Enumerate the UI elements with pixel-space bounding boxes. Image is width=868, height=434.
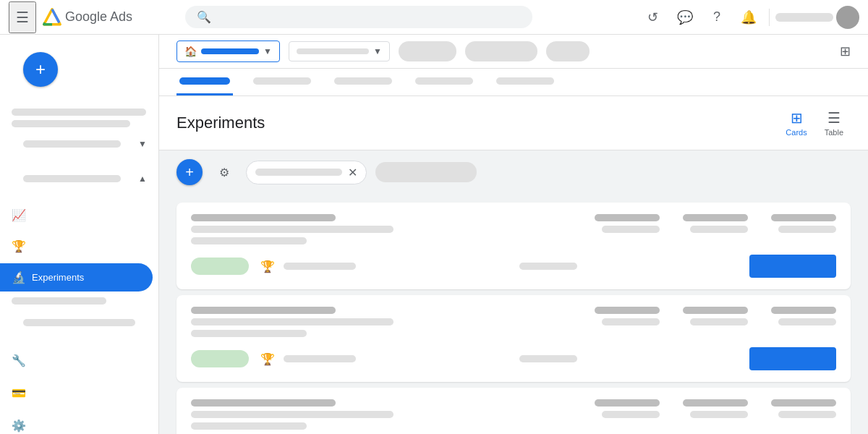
account-bar	[201, 48, 259, 54]
filter-button[interactable]: ⚙	[211, 159, 237, 185]
card-3-metric-2-top	[683, 399, 748, 407]
card-3-metric-3-sub	[778, 411, 836, 418]
goals-icon: 🏆	[12, 239, 26, 253]
sidebar-placeholder-2	[12, 120, 130, 127]
experiment-card-1: 🏆	[176, 203, 851, 289]
campaigns-icon: 📈	[12, 208, 26, 222]
card-1-metric-3-sub	[778, 226, 836, 233]
card-3-metric-1-sub	[602, 411, 660, 418]
sidebar-item-settings[interactable]: ⚙️	[0, 412, 153, 434]
toolbar-right: ⊞	[840, 43, 851, 59]
filter-placeholder	[375, 162, 477, 182]
sidebar-row-6	[0, 310, 158, 335]
menu-icon[interactable]: ☰	[9, 1, 36, 33]
card-1-sub1	[191, 226, 393, 233]
tab-placeholder-5	[496, 77, 554, 85]
sidebar-placeholder-3	[23, 140, 121, 148]
tabs-row	[159, 69, 868, 96]
sidebar-item-experiments[interactable]: 🔬 Experiments	[0, 263, 153, 292]
cards-view-button[interactable]: ⊞ Cards	[778, 105, 814, 141]
search-bar[interactable]: 🔍	[185, 6, 532, 28]
card-1-action-button[interactable]	[749, 255, 836, 278]
sidebar-placeholder-4	[23, 175, 121, 182]
tab-item-3[interactable]	[331, 69, 395, 95]
sidebar-item-tools[interactable]: 🔧	[0, 346, 153, 375]
card-2-status-badge	[191, 350, 249, 367]
card-2-metric-2-sub	[690, 318, 748, 326]
campaign-select[interactable]: ▼	[289, 41, 390, 61]
card-1-metric-1-sub	[602, 226, 660, 233]
tab-item-1[interactable]	[176, 69, 233, 95]
filter-close-icon[interactable]: ✕	[348, 166, 357, 179]
toolbar: 🏠 ▼ ▼ ⊞	[159, 35, 868, 69]
sidebar-item-billing[interactable]: 💳	[0, 379, 153, 407]
card-1-metric-3-top	[771, 214, 836, 221]
main-layout: + ▼ ▲ 📈 🏆 🔬	[0, 35, 868, 434]
help-button[interactable]: ?	[702, 3, 731, 32]
view-toggles: ⊞ Cards ☰ Table	[778, 105, 851, 141]
tab-item-5[interactable]	[493, 69, 557, 95]
card-2-action-button[interactable]	[749, 347, 836, 370]
tab-item-4[interactable]	[412, 69, 476, 95]
experiments-icon: 🔬	[12, 271, 26, 284]
experiment-card-2: 🏆	[176, 295, 851, 382]
add-experiment-button[interactable]: +	[176, 159, 203, 185]
table-view-button[interactable]: ☰ Table	[817, 105, 851, 141]
account-select[interactable]: 🏠 ▼	[176, 41, 280, 62]
header: ☰ Google Ads 🔍 ↺ 💬 ? 🔔	[0, 0, 868, 35]
search-input[interactable]	[217, 12, 521, 23]
notifications-button[interactable]: 🔔	[734, 3, 763, 32]
filter-pill[interactable]: ✕	[246, 161, 367, 184]
cards-list: 🏆	[159, 194, 868, 434]
table-icon: ☰	[827, 109, 841, 127]
sidebar-item-goals[interactable]: 🏆	[0, 232, 153, 260]
account-chevron-icon: ▼	[263, 46, 272, 56]
tab-item-2[interactable]	[250, 69, 314, 95]
card-3-metric-3-top	[771, 399, 836, 407]
account-name-placeholder	[775, 13, 833, 22]
columns-icon[interactable]: ⊞	[840, 43, 851, 59]
card-3-top-row	[191, 399, 836, 430]
card-2-title	[191, 307, 336, 314]
content: 🏠 ▼ ▼ ⊞	[159, 35, 868, 434]
card-1-top-row	[191, 214, 836, 244]
card-3-sub1	[191, 411, 393, 418]
card-1-metric-1-top	[595, 214, 660, 221]
card-3-title	[191, 399, 336, 407]
filter-pill-text	[255, 169, 342, 176]
home-icon: 🏠	[184, 46, 197, 57]
sidebar-chevron-row-2: ▲	[0, 168, 158, 190]
filters-row: + ⚙ ✕	[159, 150, 868, 194]
card-2-sub1	[191, 318, 393, 326]
refresh-button[interactable]: ↺	[639, 3, 668, 32]
card-1-status-badge	[191, 258, 249, 275]
tab-placeholder-2	[253, 77, 311, 85]
card-2-metric-3-top	[771, 307, 836, 314]
create-button[interactable]: +	[23, 52, 58, 87]
table-label: Table	[825, 128, 843, 137]
google-ads-logo: Google Ads	[42, 7, 132, 27]
card-3-metrics	[595, 399, 836, 418]
sidebar-placeholder-5	[12, 297, 106, 305]
sidebar-chevron-row-1: ▼	[0, 132, 158, 156]
sidebar-section-1: ▼	[0, 98, 158, 162]
chat-button[interactable]: 💬	[671, 3, 699, 32]
tab-placeholder-1	[179, 77, 230, 85]
toolbar-placeholder-2	[465, 41, 537, 61]
page-title: Experiments	[176, 114, 265, 132]
card-1-main-info	[191, 214, 583, 244]
account-select-text	[201, 48, 259, 54]
card-1-metrics	[595, 214, 836, 233]
card-3-metric-1	[595, 399, 660, 418]
card-1-bottom-row: 🏆	[191, 255, 836, 278]
card-3-metric-2	[683, 399, 748, 418]
sidebar-item-experiments-label: Experiments	[32, 272, 84, 283]
header-left: ☰ Google Ads	[9, 1, 132, 33]
sidebar-section-2: ▲	[0, 162, 158, 195]
card-2-metric-1	[595, 307, 660, 326]
cards-grid-icon: ⊞	[791, 109, 803, 127]
avatar[interactable]	[836, 6, 859, 29]
card-2-bottom-row: 🏆	[191, 347, 836, 370]
sidebar-item-campaigns[interactable]: 📈	[0, 201, 153, 229]
card-1-title	[191, 214, 336, 221]
